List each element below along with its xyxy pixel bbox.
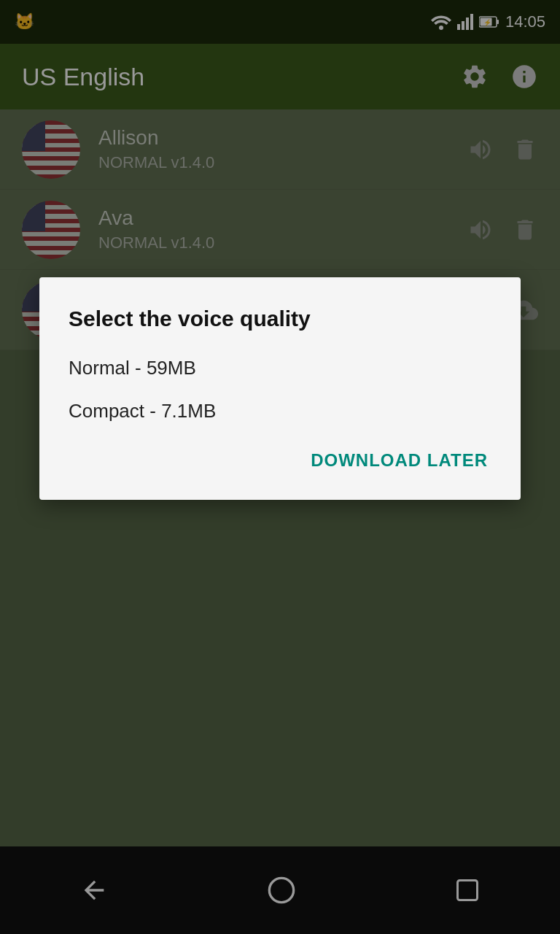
dialog-footer: DOWNLOAD LATER bbox=[69, 443, 491, 478]
modal-overlay: Select the voice quality Normal - 59MB C… bbox=[0, 0, 560, 934]
download-later-button[interactable]: DOWNLOAD LATER bbox=[307, 443, 491, 478]
option-compact[interactable]: Compact - 7.1MB bbox=[69, 400, 491, 422]
dialog-title: Select the voice quality bbox=[69, 306, 491, 331]
option-normal[interactable]: Normal - 59MB bbox=[69, 357, 491, 379]
voice-quality-dialog: Select the voice quality Normal - 59MB C… bbox=[39, 277, 521, 500]
